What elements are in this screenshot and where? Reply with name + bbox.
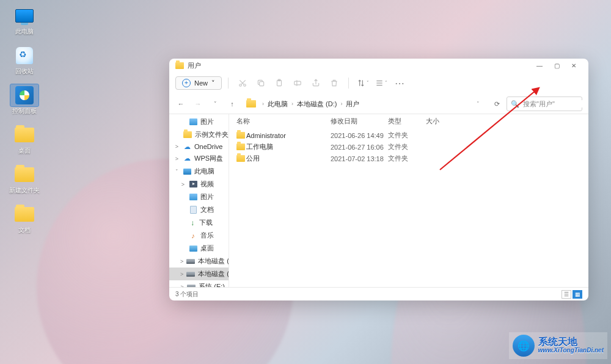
- search-icon: 🔍: [511, 100, 519, 108]
- sidebar-item[interactable]: 文档: [169, 203, 229, 216]
- vid-icon: [189, 181, 197, 188]
- sidebar-item[interactable]: ˅此电脑: [169, 165, 229, 178]
- breadcrumb-segment[interactable]: 本地磁盘 (D:): [297, 100, 337, 109]
- delete-button[interactable]: [326, 75, 342, 91]
- sidebar-item[interactable]: 图片: [169, 115, 229, 128]
- folder-icon: [15, 207, 34, 222]
- refresh-button[interactable]: ⟳: [491, 98, 503, 110]
- sidebar-item[interactable]: 桌面: [169, 242, 229, 255]
- desktop-icon-this-pc[interactable]: 此电脑: [4, 5, 45, 35]
- col-name[interactable]: 名称: [236, 117, 331, 126]
- table-row[interactable]: 工作电脑2021-06-27 16:06文件夹: [236, 141, 581, 153]
- desk-icon: [189, 245, 197, 252]
- expand-caret-icon[interactable]: ˅: [174, 169, 180, 175]
- desktop-icon-folder-1[interactable]: 桌面: [4, 124, 45, 154]
- minimize-button[interactable]: —: [531, 59, 548, 72]
- search-input[interactable]: [523, 100, 588, 107]
- recycle-bin-icon: [16, 47, 33, 64]
- sidebar-item[interactable]: >☁WPS网盘: [169, 152, 229, 165]
- desktop-icon-folder-3[interactable]: 文档: [4, 203, 45, 233]
- command-toolbar: + New ˅ ˅ ˅ ⋯: [169, 72, 588, 94]
- cell-name: Administrator: [246, 132, 331, 139]
- img-icon: [189, 194, 197, 201]
- copy-button[interactable]: [253, 75, 269, 91]
- expand-caret-icon[interactable]: >: [180, 258, 183, 264]
- breadcrumb-segment[interactable]: 此电脑: [268, 100, 288, 109]
- expand-caret-icon[interactable]: >: [174, 144, 180, 150]
- rename-button[interactable]: [290, 75, 306, 91]
- watermark-text: 系统天地 www.XiTongTianDi.net: [538, 337, 604, 354]
- plus-icon: +: [182, 79, 191, 87]
- breadcrumb-segment[interactable]: 用户: [346, 100, 359, 109]
- icons-view-button[interactable]: ▦: [573, 290, 582, 299]
- column-headers[interactable]: 名称 修改日期 类型 大小: [229, 114, 588, 129]
- view-button[interactable]: ˅: [373, 75, 389, 91]
- sidebar-item[interactable]: >本地磁盘 (D:): [169, 268, 229, 280]
- expand-caret-icon[interactable]: >: [180, 181, 186, 187]
- forward-button[interactable]: →: [191, 97, 205, 111]
- watermark-badge-icon: 🌐: [513, 335, 535, 357]
- address-bar: ← → ˅ ↑ › 此电脑 › 本地磁盘 (D:) › 用户 ˅ ⟳ 🔍: [169, 94, 588, 114]
- expand-caret-icon[interactable]: >: [180, 271, 183, 277]
- desktop-icon-folder-2[interactable]: 新建文件夹: [4, 164, 45, 194]
- cell-date: 2021-07-02 13:18: [331, 155, 388, 162]
- desktop-icon-recycle-bin[interactable]: 回收站: [4, 45, 45, 75]
- desktop-label: 回收站: [15, 68, 34, 75]
- more-button[interactable]: ⋯: [392, 75, 408, 91]
- sidebar-item[interactable]: >视频: [169, 178, 229, 191]
- col-date[interactable]: 修改日期: [331, 117, 388, 126]
- titlebar[interactable]: 用户 — ▢ ✕: [169, 59, 588, 72]
- sidebar-item-label: 音乐: [200, 231, 214, 240]
- address-dropdown[interactable]: ˅: [473, 101, 483, 107]
- cell-date: 2021-06-27 16:06: [331, 144, 388, 151]
- close-button[interactable]: ✕: [565, 59, 582, 72]
- table-row[interactable]: Administrator2021-06-26 14:49文件夹: [236, 129, 581, 141]
- sort-button[interactable]: ˅: [355, 75, 371, 91]
- folder-icon: [246, 100, 256, 107]
- sidebar-item[interactable]: 图片: [169, 191, 229, 203]
- share-button[interactable]: [308, 75, 324, 91]
- chevron-down-icon: ˅: [211, 79, 215, 87]
- svg-point-0: [240, 84, 242, 87]
- desktop-label: 桌面: [18, 147, 31, 154]
- cut-button[interactable]: [235, 75, 251, 91]
- sidebar-item[interactable]: ♪音乐: [169, 229, 229, 242]
- explorer-body: 图片 示例文件夹📌>☁OneDrive>☁WPS网盘˅此电脑>视频 图片 文档 …: [169, 114, 588, 287]
- cell-name: 公用: [246, 154, 331, 163]
- expand-caret-icon[interactable]: >: [174, 156, 180, 162]
- paste-button[interactable]: [271, 75, 287, 91]
- col-type[interactable]: 类型: [388, 117, 426, 126]
- status-bar: 3 个项目 ☰ ▦: [169, 287, 588, 300]
- new-button[interactable]: + New ˅: [175, 76, 222, 90]
- details-view-button[interactable]: ☰: [562, 290, 571, 299]
- sidebar-item-label: 本地磁盘 (C:): [198, 257, 229, 266]
- chevron-right-icon: ›: [260, 101, 266, 107]
- sidebar-item[interactable]: >☁OneDrive: [169, 141, 229, 152]
- sidebar-item[interactable]: ↓下载: [169, 216, 229, 229]
- cloud-icon: ☁: [183, 155, 191, 162]
- navigation-pane[interactable]: 图片 示例文件夹📌>☁OneDrive>☁WPS网盘˅此电脑>视频 图片 文档 …: [169, 114, 229, 287]
- col-size[interactable]: 大小: [426, 117, 456, 126]
- separator: [348, 78, 349, 89]
- desktop-icon-control-panel[interactable]: 控制面板: [4, 84, 45, 114]
- up-button[interactable]: ↑: [225, 97, 239, 111]
- sidebar-item-label: 下载: [199, 218, 213, 227]
- cell-name: 工作电脑: [246, 142, 331, 151]
- img-icon: [189, 118, 197, 126]
- sidebar-item-label: 图片: [200, 192, 214, 202]
- sidebar-item[interactable]: >本地磁盘 (C:): [169, 255, 229, 268]
- chevron-right-icon: ›: [338, 101, 345, 107]
- search-box[interactable]: 🔍: [507, 96, 582, 111]
- table-row[interactable]: 公用2021-07-02 13:18文件夹: [236, 153, 581, 164]
- sidebar-item[interactable]: 示例文件夹📌: [169, 128, 229, 141]
- control-panel-icon: [15, 86, 34, 104]
- sidebar-item-label: 系统 (E:): [199, 282, 225, 287]
- fold-icon: [183, 131, 192, 139]
- history-dropdown[interactable]: ˅: [208, 97, 222, 111]
- sidebar-item[interactable]: >系统 (E:): [169, 280, 229, 287]
- back-button[interactable]: ←: [174, 97, 188, 111]
- maximize-button[interactable]: ▢: [548, 59, 565, 72]
- breadcrumb[interactable]: › 此电脑 › 本地磁盘 (D:) › 用户 ˅: [243, 100, 487, 109]
- svg-point-1: [244, 84, 246, 87]
- sidebar-item-label: WPS网盘: [194, 154, 223, 163]
